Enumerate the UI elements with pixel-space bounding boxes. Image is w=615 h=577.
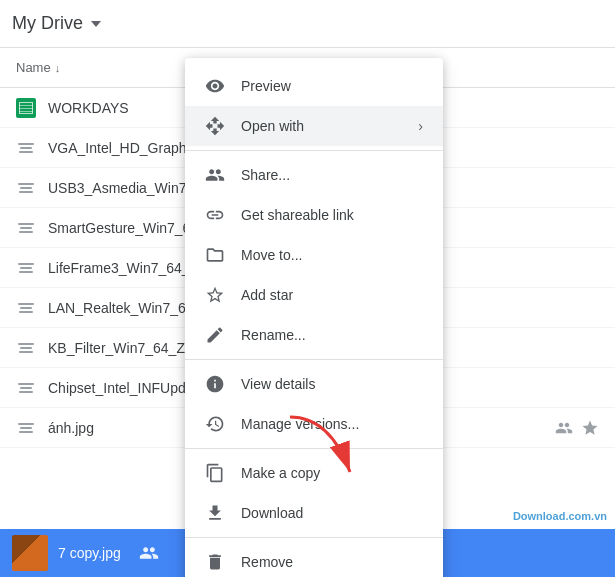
menu-divider [185, 537, 443, 538]
menu-divider [185, 359, 443, 360]
menu-item-rename[interactable]: Rename... [185, 315, 443, 355]
file-icon [16, 258, 36, 278]
file-icon [16, 338, 36, 358]
menu-label: Make a copy [241, 465, 423, 481]
menu-item-open-with[interactable]: Open with › [185, 106, 443, 146]
menu-label: Rename... [241, 327, 423, 343]
menu-label: Open with [241, 118, 402, 134]
download-icon [205, 503, 225, 523]
thumbnail-image [12, 535, 48, 571]
menu-item-remove[interactable]: Remove [185, 542, 443, 577]
menu-item-manage-versions[interactable]: Manage versions... [185, 404, 443, 444]
people-icon [555, 419, 573, 437]
menu-label: Share... [241, 167, 423, 183]
file-icon [16, 178, 36, 198]
file-icon [16, 298, 36, 318]
watermark: Download.com.vn [513, 510, 607, 522]
menu-label: Download [241, 505, 423, 521]
share-icon [205, 165, 225, 185]
header: My Drive [0, 0, 615, 48]
page-title: My Drive [12, 13, 101, 34]
trash-icon [205, 552, 225, 572]
star-icon [581, 419, 599, 437]
info-icon [205, 374, 225, 394]
sheets-icon [16, 98, 36, 118]
menu-item-make-copy[interactable]: Make a copy [185, 453, 443, 493]
menu-item-add-star[interactable]: Add star [185, 275, 443, 315]
link-icon [205, 205, 225, 225]
open-with-icon [205, 116, 225, 136]
bottom-bar-filename: 7 copy.jpg [58, 545, 121, 561]
name-column-header[interactable]: Name ↓ [16, 60, 60, 75]
menu-item-download[interactable]: Download [185, 493, 443, 533]
move-icon [205, 245, 225, 265]
star-outline-icon [205, 285, 225, 305]
menu-item-share[interactable]: Share... [185, 155, 443, 195]
menu-label: Add star [241, 287, 423, 303]
sort-arrow-icon: ↓ [55, 62, 61, 74]
bottom-people-icon [139, 543, 159, 563]
menu-label: Remove [241, 554, 423, 570]
file-icon [16, 218, 36, 238]
copy-icon [205, 463, 225, 483]
menu-label: Preview [241, 78, 423, 94]
menu-item-preview[interactable]: Preview [185, 66, 443, 106]
menu-label: Move to... [241, 247, 423, 263]
file-thumbnail [12, 535, 48, 571]
menu-divider [185, 448, 443, 449]
file-row-icons [555, 419, 599, 437]
drive-title-text: My Drive [12, 13, 83, 34]
eye-icon [205, 76, 225, 96]
menu-label: Manage versions... [241, 416, 423, 432]
rename-icon [205, 325, 225, 345]
file-icon [16, 378, 36, 398]
menu-divider [185, 150, 443, 151]
column-name-label: Name [16, 60, 51, 75]
context-menu: Preview Open with › Share... Get shareab… [185, 58, 443, 577]
file-icon [16, 418, 36, 438]
submenu-arrow-icon: › [418, 118, 423, 134]
menu-label: Get shareable link [241, 207, 423, 223]
chevron-down-icon[interactable] [91, 21, 101, 27]
menu-label: View details [241, 376, 423, 392]
clock-icon [205, 414, 225, 434]
menu-item-shareable-link[interactable]: Get shareable link [185, 195, 443, 235]
file-icon [16, 138, 36, 158]
menu-item-move-to[interactable]: Move to... [185, 235, 443, 275]
menu-item-view-details[interactable]: View details [185, 364, 443, 404]
